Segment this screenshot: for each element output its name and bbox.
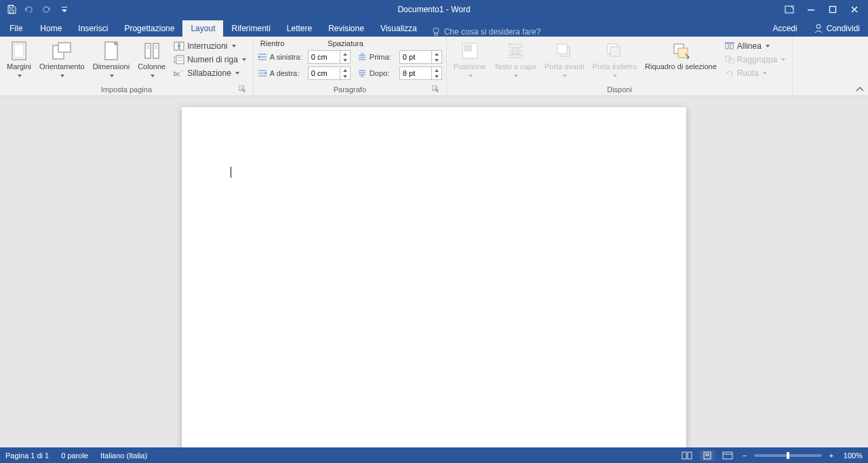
tab-layout[interactable]: Layout [182, 20, 223, 37]
svg-rect-16 [153, 43, 159, 58]
zoom-level[interactable]: 100% [844, 451, 863, 460]
svg-rect-5 [808, 9, 814, 11]
line-numbers-button[interactable]: 12 Numeri di riga [172, 54, 248, 65]
align-button[interactable]: Allinea [724, 41, 787, 52]
space-after-label: Dopo: [370, 69, 397, 77]
paragraph-launcher[interactable] [432, 85, 440, 94]
space-after-icon [357, 69, 367, 77]
indent-left-label: A sinistra: [270, 53, 305, 61]
hyphenation-button[interactable]: bc- Sillabazione [172, 68, 248, 79]
zoom-out-button[interactable]: − [741, 451, 749, 460]
svg-rect-40 [678, 48, 688, 58]
minimize-button[interactable] [802, 3, 821, 16]
indent-right-input[interactable] [308, 66, 351, 80]
svg-rect-41 [726, 43, 728, 49]
space-after-input[interactable] [399, 66, 442, 80]
qat-customize[interactable] [58, 3, 71, 16]
svg-rect-8 [435, 33, 437, 35]
columns-button[interactable]: Colonne [135, 38, 168, 79]
rotate-button: Ruota [724, 68, 787, 79]
zoom-slider[interactable] [754, 454, 822, 457]
group-icon [725, 56, 734, 64]
svg-text:bc: bc [174, 71, 180, 77]
indent-heading: Rientro [259, 38, 285, 47]
ribbon: Margini Orientamento Dimensioni Colonne … [0, 37, 868, 96]
tab-lettere[interactable]: Lettere [279, 20, 320, 37]
size-button[interactable]: Dimensioni [90, 38, 132, 79]
svg-text:2: 2 [174, 60, 176, 64]
page-count[interactable]: Pagina 1 di 1 [5, 451, 49, 460]
redo-button[interactable] [41, 3, 53, 16]
read-mode-button[interactable] [679, 450, 694, 461]
tab-inserisci[interactable]: Inserisci [70, 20, 116, 37]
svg-text:-: - [181, 69, 182, 73]
selection-pane-button[interactable]: Riquadro di selezione [642, 38, 719, 71]
tab-riferimenti[interactable]: Riferimenti [223, 20, 278, 37]
status-bar: Pagina 1 di 1 0 parole Italiano (Italia)… [0, 447, 868, 463]
tell-me-input[interactable] [444, 27, 580, 37]
svg-rect-0 [9, 5, 13, 8]
undo-button[interactable] [23, 3, 35, 16]
svg-rect-15 [145, 43, 151, 58]
line-numbers-icon: 12 [174, 55, 184, 64]
bring-forward-button: Porta avanti [542, 38, 587, 79]
page[interactable] [182, 107, 686, 447]
svg-rect-13 [58, 43, 71, 52]
web-layout-button[interactable] [720, 450, 735, 461]
save-button[interactable] [5, 3, 18, 16]
position-button: Posizione [451, 38, 489, 79]
indent-left-input[interactable] [308, 50, 351, 64]
tab-visualizza[interactable]: Visualizza [372, 20, 425, 37]
svg-point-2 [43, 7, 49, 12]
tab-progettazione[interactable]: Progettazione [116, 20, 182, 37]
group-page-setup: Margini Orientamento Dimensioni Colonne … [0, 37, 254, 96]
send-backward-button: Porta indietro [590, 38, 639, 79]
lightbulb-icon [432, 27, 440, 37]
svg-rect-3 [62, 7, 67, 7]
breaks-button[interactable]: Interruzioni [172, 41, 248, 52]
quick-access-toolbar [0, 3, 71, 16]
align-icon [725, 42, 734, 50]
svg-rect-38 [610, 47, 620, 56]
svg-point-9 [816, 24, 821, 28]
indent-right-icon [258, 69, 267, 77]
maximize-button[interactable] [823, 3, 842, 16]
svg-rect-51 [723, 452, 732, 459]
sign-in-link[interactable]: Accedi [765, 20, 806, 37]
group-paragraph: Rientro Spaziatura A sinistra: A destra: [254, 37, 447, 96]
word-count[interactable]: 0 parole [61, 451, 88, 460]
tab-revisione[interactable]: Revisione [320, 20, 372, 37]
breaks-icon [174, 41, 184, 51]
svg-rect-42 [730, 43, 733, 49]
group-button: Raggruppa [724, 54, 787, 65]
tab-home[interactable]: Home [32, 20, 70, 37]
close-button[interactable] [845, 3, 864, 16]
margins-button[interactable]: Margini [4, 38, 34, 79]
group-label-page-setup: Imposta pagina [101, 85, 152, 94]
language[interactable]: Italiano (Italia) [100, 451, 147, 460]
svg-rect-1 [9, 10, 14, 13]
svg-rect-33 [465, 45, 471, 51]
space-before-input[interactable] [399, 50, 442, 64]
document-area[interactable] [0, 96, 868, 447]
share-label: Condividi [827, 24, 860, 33]
indent-left-icon [258, 53, 267, 61]
tab-file[interactable]: File [0, 20, 32, 37]
hyphenation-icon: bc- [174, 68, 184, 78]
tell-me[interactable] [425, 27, 587, 37]
svg-rect-34 [512, 47, 519, 54]
rotate-icon [725, 69, 734, 77]
spacing-heading: Spaziatura [326, 38, 365, 47]
ribbon-display-options[interactable] [780, 3, 799, 16]
share-button[interactable]: Condividi [806, 20, 868, 37]
print-layout-button[interactable] [700, 450, 715, 461]
page-setup-launcher[interactable] [239, 85, 247, 94]
svg-rect-46 [682, 452, 686, 459]
collapse-ribbon-button[interactable] [856, 86, 864, 93]
orientation-button[interactable]: Orientamento [37, 38, 87, 79]
zoom-in-button[interactable]: + [827, 451, 835, 460]
svg-point-7 [433, 28, 439, 33]
person-icon [814, 24, 823, 33]
group-label-arrange: Disponi [607, 85, 632, 94]
ribbon-tabs: File Home Inserisci Progettazione Layout… [0, 19, 868, 37]
